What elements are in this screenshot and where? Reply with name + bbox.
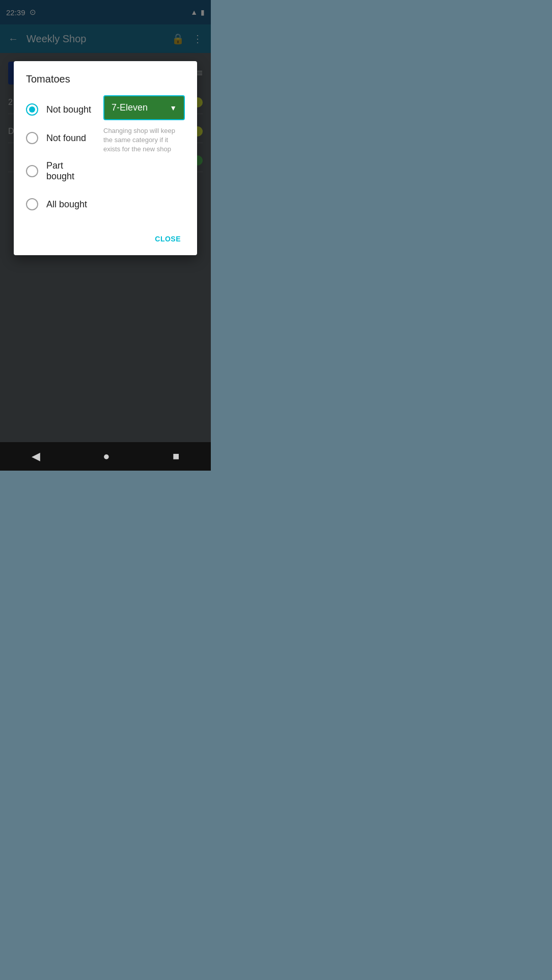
item-status-dialog: Tomatoes Not bought Not found Part bough…	[14, 61, 197, 255]
dialog-overlay: Tomatoes Not bought Not found Part bough…	[0, 0, 211, 471]
option-not-found[interactable]: Not found	[26, 124, 93, 152]
not-found-label: Not found	[46, 133, 86, 144]
option-not-bought[interactable]: Not bought	[26, 95, 93, 124]
dialog-title: Tomatoes	[26, 73, 185, 85]
radio-all-bought[interactable]	[26, 198, 38, 210]
shop-dropdown[interactable]: 7-Eleven ▼	[103, 95, 185, 120]
dialog-body: Not bought Not found Part bought All bou…	[26, 95, 185, 219]
shop-dropdown-label: 7-Eleven	[112, 102, 148, 113]
shop-selector-panel: 7-Eleven ▼ Changing shop will keep the s…	[103, 95, 185, 219]
radio-part-bought[interactable]	[26, 165, 38, 177]
radio-dot	[29, 106, 35, 113]
dialog-actions: CLOSE	[26, 231, 185, 249]
nav-bar: ◀ ● ■	[0, 442, 211, 471]
option-part-bought[interactable]: Part bought	[26, 152, 93, 190]
option-all-bought[interactable]: All bought	[26, 190, 93, 219]
shop-dropdown-arrow-icon: ▼	[170, 104, 177, 112]
radio-group: Not bought Not found Part bought All bou…	[26, 95, 93, 219]
close-button[interactable]: CLOSE	[151, 231, 185, 247]
part-bought-label: Part bought	[46, 160, 93, 182]
nav-back-button[interactable]: ◀	[19, 446, 52, 467]
shop-hint-text: Changing shop will keep the same categor…	[103, 126, 185, 154]
nav-home-button[interactable]: ●	[91, 446, 122, 467]
nav-recents-button[interactable]: ■	[160, 446, 191, 467]
not-bought-label: Not bought	[46, 104, 91, 115]
all-bought-label: All bought	[46, 199, 87, 210]
radio-not-bought[interactable]	[26, 103, 38, 116]
radio-not-found[interactable]	[26, 132, 38, 144]
